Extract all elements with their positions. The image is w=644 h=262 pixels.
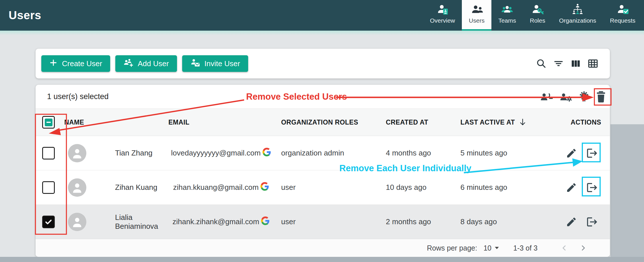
table-header-row: NAME EMAIL ORGANIZATION ROLES CREATED AT… [36,109,610,136]
rows-per-page-label: Rows per page: [427,244,477,252]
plus-icon [49,59,57,69]
tab-overview[interactable]: Overview [423,0,462,31]
person-id-badge-icon [436,3,449,17]
main-nav: Overview Users Teams Roles [423,0,642,31]
rows-per-page-select[interactable]: 10 [483,244,499,252]
org-hierarchy-icon [571,3,584,17]
users-table-card: 1 user(s) selected NAME EMAIL [36,85,610,257]
remove-from-org-icon[interactable] [586,216,598,228]
person-key-icon [531,3,544,17]
remove-from-org-icon[interactable] [586,147,598,159]
last-active-label: LAST ACTIVE AT [460,119,515,126]
google-icon [260,182,269,193]
tab-label: Overview [430,17,455,24]
edit-icon[interactable] [565,181,578,194]
user-name: Zihan Kuang [115,183,157,192]
people-group-icon [501,3,514,17]
user-settings-icon[interactable] [559,91,573,103]
create-user-label: Create User [62,59,102,68]
person-mail-icon [190,58,200,69]
assign-badge-icon[interactable] [578,90,590,103]
select-all-checkbox[interactable] [42,116,55,129]
person-check-icon [616,3,629,17]
last-active-at: 6 minutes ago [453,183,528,192]
delete-icon[interactable] [596,91,606,103]
add-user-button[interactable]: Add User [115,55,177,72]
user-email: zihank.zihank@gmail.com [172,217,259,226]
add-user-label: Add User [138,59,169,68]
tab-label: Requests [610,17,635,24]
created-at: 10 days ago [378,183,453,192]
avatar [68,144,86,162]
right-edge-panel [610,124,644,257]
row-checkbox[interactable] [42,147,55,159]
previous-page-icon[interactable] [561,244,568,252]
header-glow-strip [0,31,644,35]
tab-label: Teams [498,17,516,24]
indeterminate-mark [45,119,52,126]
dropdown-caret-icon [495,247,499,249]
tab-teams[interactable]: Teams [491,0,523,31]
avatar [68,213,86,231]
avatar [68,178,86,197]
edit-icon[interactable] [565,147,578,159]
tab-label: Users [469,17,485,24]
created-at: 4 months ago [378,149,453,157]
tab-roles[interactable]: Roles [523,0,552,31]
invite-user-button[interactable]: Invite User [182,55,248,72]
column-header-created[interactable]: CREATED AT [378,119,453,126]
tab-label: Roles [530,17,545,24]
table-row[interactable]: Tian Zhang lovedayyyyyyy@gmail.com organ… [36,136,610,170]
google-icon [261,216,270,227]
last-active-at: 5 minutes ago [453,149,528,157]
person-add-icon [123,58,133,69]
table-row[interactable]: Zihan Kuang zihan.kkuang@gmail.com user … [36,170,610,205]
user-email: zihan.kkuang@gmail.com [173,183,258,192]
search-icon[interactable] [535,57,548,70]
last-active-at: 8 days ago [453,217,528,226]
google-icon [262,148,271,158]
created-at: 2 months ago [378,217,453,226]
selection-status: 1 user(s) selected [47,92,109,101]
table-row[interactable]: Lialia Beniaminova zihank.zihank@gmail.c… [36,205,610,239]
row-checkbox[interactable] [42,181,55,194]
column-header-name[interactable]: NAME [61,119,168,126]
create-user-button[interactable]: Create User [41,55,110,72]
remove-from-org-icon[interactable] [586,181,598,194]
sort-desc-arrow-icon [519,118,526,127]
filter-icon[interactable] [552,57,565,70]
bottom-edge-bar [0,257,644,262]
column-header-actions: ACTIONS [528,119,610,126]
rows-per-page-value: 10 [483,244,491,252]
users-admin-page: Users Overview Users Teams [0,0,644,262]
user-email: lovedayyyyyyy@gmail.com [171,149,260,157]
people-icon [470,3,483,17]
tab-requests[interactable]: Requests [603,0,642,31]
tab-users[interactable]: Users [462,0,491,31]
remove-user-icon[interactable] [539,91,553,103]
column-header-roles[interactable]: ORGANIZATION ROLES [274,119,378,126]
view-columns-icon[interactable] [569,57,582,70]
grid-view-icon[interactable] [586,57,600,70]
org-roles: user [274,217,378,226]
org-roles: organization admin [274,149,378,157]
org-roles: user [274,183,378,192]
row-checkbox[interactable] [42,216,55,228]
page-title: Users [9,0,41,31]
user-name: Lialia Beniaminova [115,213,168,231]
pagination-range: 1-3 of 3 [513,244,538,252]
tab-organizations[interactable]: Organizations [552,0,603,31]
app-header: Users Overview Users Teams [0,0,644,31]
pagination-bar: Rows per page: 10 1-3 of 3 [36,239,610,257]
edit-icon[interactable] [565,216,578,228]
actions-toolbar-card: Create User Add User Invite User [36,49,610,78]
next-page-icon[interactable] [579,244,587,252]
user-name: Tian Zhang [115,149,153,157]
column-header-last-active[interactable]: LAST ACTIVE AT [453,118,528,127]
invite-user-label: Invite User [205,59,240,68]
column-header-email[interactable]: EMAIL [168,119,274,126]
selection-toolbar: 1 user(s) selected [36,85,610,109]
tab-label: Organizations [559,17,596,24]
